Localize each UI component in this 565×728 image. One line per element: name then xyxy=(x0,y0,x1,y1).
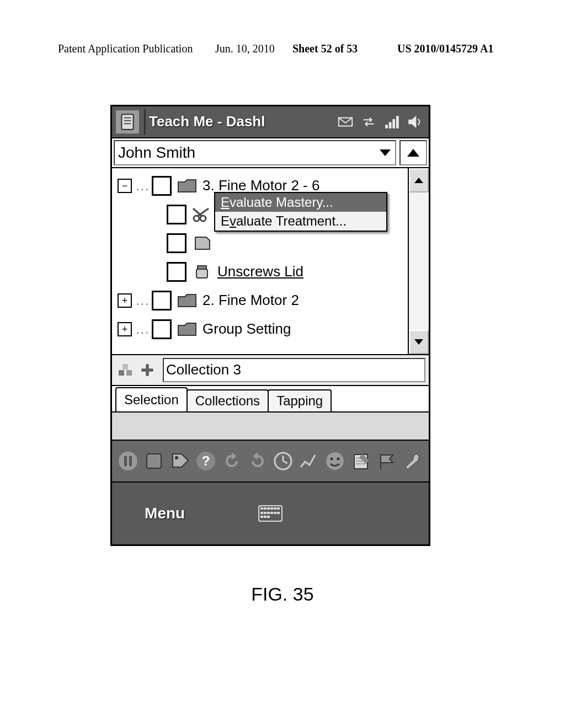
publication-number: US 2010/0145729 A1 xyxy=(397,43,493,54)
svg-point-19 xyxy=(119,452,137,470)
notepad-icon[interactable] xyxy=(349,449,372,473)
svg-point-23 xyxy=(175,456,178,459)
folder-icon xyxy=(177,292,197,309)
mail-icon[interactable] xyxy=(335,112,355,132)
tree-node-label: Group Setting xyxy=(202,320,291,338)
collection-row: Collection 3 xyxy=(112,355,429,386)
tab-label: Tapping xyxy=(276,393,323,409)
help-icon[interactable]: ? xyxy=(194,449,217,473)
scroll-up-button[interactable] xyxy=(409,168,429,192)
softkey-menu[interactable]: Menu xyxy=(112,483,217,544)
menu-item-evaluate-treatment[interactable]: Evaluate Treatment... xyxy=(215,212,386,231)
svg-rect-6 xyxy=(389,122,391,128)
svg-rect-20 xyxy=(124,456,127,466)
user-dropdown[interactable]: John Smith xyxy=(114,140,396,165)
softkey-label: Menu xyxy=(145,505,185,522)
expand-icon[interactable]: + xyxy=(118,322,132,336)
softkey-bar: Menu xyxy=(112,483,429,544)
context-menu: Evaluate Mastery... Evaluate Treatment..… xyxy=(214,192,387,232)
tab-label: Selection xyxy=(124,392,179,408)
chart-icon[interactable] xyxy=(297,449,321,473)
keyboard-icon xyxy=(258,505,282,522)
tree-leaf-label: Unscrews Lid xyxy=(217,263,303,280)
flag-icon[interactable] xyxy=(375,449,398,473)
scissors-icon xyxy=(192,206,212,223)
checkbox[interactable] xyxy=(152,291,172,311)
menu-item-evaluate-mastery[interactable]: Evaluate Mastery... xyxy=(215,193,386,212)
folder-icon xyxy=(177,321,197,338)
tab-label: Collections xyxy=(195,393,260,409)
svg-rect-22 xyxy=(147,454,161,468)
app-icon[interactable] xyxy=(116,110,139,133)
scrollbar-track[interactable] xyxy=(409,192,429,330)
tree-leaf-hidden-1[interactable] xyxy=(164,229,406,258)
user-selector-row: John Smith xyxy=(112,138,429,168)
redo-icon[interactable] xyxy=(246,449,269,473)
svg-point-31 xyxy=(337,458,340,461)
tag-icon[interactable] xyxy=(168,449,192,473)
svg-line-28 xyxy=(283,461,287,463)
collapse-icon[interactable]: − xyxy=(118,179,132,193)
window-titlebar: Teach Me - Dashl xyxy=(112,106,429,138)
sync-icon[interactable] xyxy=(359,112,379,132)
checkbox[interactable] xyxy=(167,205,186,224)
figure-label: FIG. 35 xyxy=(0,585,565,603)
toolbar: ? xyxy=(112,441,429,483)
menu-item-label: aluate Treatment... xyxy=(236,213,347,228)
device-frame: Teach Me - Dashl John Smith − … xyxy=(110,105,430,546)
blocks-icon[interactable] xyxy=(115,360,135,380)
publication-label: Patent Application Publication xyxy=(58,43,193,54)
checkbox[interactable] xyxy=(167,262,186,282)
collection-name-input[interactable]: Collection 3 xyxy=(163,358,425,382)
svg-rect-5 xyxy=(386,125,388,129)
clock-icon[interactable] xyxy=(271,449,295,473)
triangle-down-icon xyxy=(414,339,423,345)
collection-name-value: Collection 3 xyxy=(166,361,241,378)
triangle-up-icon xyxy=(407,149,419,157)
tree-vertical-scrollbar[interactable] xyxy=(408,168,429,354)
plus-icon[interactable] xyxy=(137,360,157,380)
triangle-up-icon xyxy=(414,178,423,183)
user-dropdown-value: John Smith xyxy=(115,144,195,162)
svg-rect-7 xyxy=(393,119,395,128)
undo-icon[interactable] xyxy=(220,449,243,473)
tree-leaf-unscrewslid[interactable]: Unscrews Lid xyxy=(164,258,406,286)
wrench-icon[interactable] xyxy=(401,449,424,473)
svg-rect-8 xyxy=(396,116,398,129)
sheet-number: Sheet 52 of 53 xyxy=(292,43,358,54)
checkbox[interactable] xyxy=(167,233,186,253)
window-title: Teach Me - Dashl xyxy=(149,113,265,130)
tree-scroll-area[interactable]: − … 3. Fine Motor 2 - 6 Cuts Paper Ev xyxy=(112,168,408,354)
folder-icon xyxy=(177,178,197,194)
svg-text:?: ? xyxy=(202,453,210,468)
item-icon xyxy=(192,235,212,251)
svg-point-30 xyxy=(331,458,333,461)
scroll-up-button[interactable] xyxy=(399,140,427,165)
tree-node-label: 2. Fine Motor 2 xyxy=(202,292,299,309)
scroll-down-button[interactable] xyxy=(409,330,429,354)
svg-rect-16 xyxy=(119,370,124,376)
pause-icon[interactable] xyxy=(116,449,140,473)
volume-icon[interactable] xyxy=(405,112,425,132)
softkey-keyboard[interactable] xyxy=(217,483,323,544)
tree-node-groupsetting[interactable]: + … Group Setting xyxy=(118,315,406,344)
softkey-right[interactable] xyxy=(323,483,429,544)
tree-node-finemotor2[interactable]: + … 2. Fine Motor 2 xyxy=(118,286,406,315)
checkbox[interactable] xyxy=(152,176,172,196)
chevron-down-icon xyxy=(380,149,391,156)
face-icon[interactable] xyxy=(323,449,347,473)
tree-panel: − … 3. Fine Motor 2 - 6 Cuts Paper Ev xyxy=(112,168,429,355)
svg-point-29 xyxy=(326,452,344,470)
tab-tapping[interactable]: Tapping xyxy=(268,389,332,411)
menu-item-prefix: E xyxy=(221,213,230,228)
tab-collections[interactable]: Collections xyxy=(186,389,269,411)
svg-marker-9 xyxy=(409,116,416,128)
stop-icon[interactable] xyxy=(142,449,166,473)
titlebar-divider xyxy=(144,109,146,135)
expand-icon[interactable]: + xyxy=(118,293,132,308)
tab-selection[interactable]: Selection xyxy=(115,387,188,411)
publication-date: Jun. 10, 2010 xyxy=(215,43,275,54)
svg-rect-18 xyxy=(122,364,128,370)
checkbox[interactable] xyxy=(152,319,172,339)
svg-rect-21 xyxy=(129,456,132,466)
